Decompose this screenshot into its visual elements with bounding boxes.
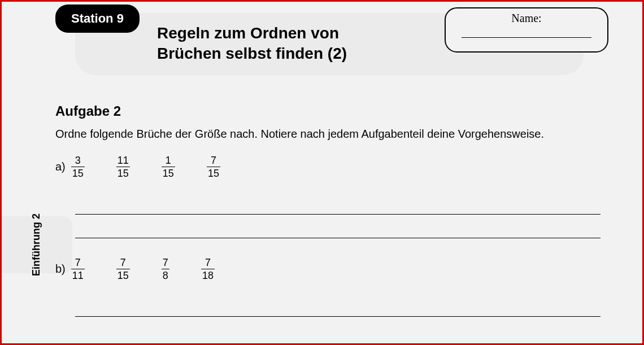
subtask-b: b) 7 11 7 15 7 8 7 18 xyxy=(55,257,620,281)
station-badge: Station 9 xyxy=(55,5,140,33)
task-description: Ordne folgende Brüche der Größe nach. No… xyxy=(55,126,620,142)
fraction: 7 8 xyxy=(162,257,169,281)
fraction: 7 15 xyxy=(207,155,220,178)
subtask-letter: b) xyxy=(55,263,66,276)
answer-line[interactable] xyxy=(75,215,601,238)
fraction: 3 15 xyxy=(71,155,85,178)
side-tab-label: Einführung 2 xyxy=(31,213,42,276)
name-input-line[interactable] xyxy=(462,37,591,38)
fraction: 7 18 xyxy=(201,257,215,281)
fraction: 7 11 xyxy=(71,257,85,281)
fraction: 11 15 xyxy=(116,155,130,178)
name-box: Name: xyxy=(445,7,608,53)
subtask-a: a) 3 15 11 15 1 15 7 15 xyxy=(55,155,620,178)
subtask-letter: a) xyxy=(55,160,66,173)
answer-line[interactable] xyxy=(75,293,601,317)
fraction: 7 15 xyxy=(116,257,130,281)
task-heading: Aufgabe 2 xyxy=(55,103,620,119)
answer-line[interactable] xyxy=(75,191,601,215)
fraction: 1 15 xyxy=(162,155,175,178)
name-label: Name: xyxy=(446,12,607,25)
